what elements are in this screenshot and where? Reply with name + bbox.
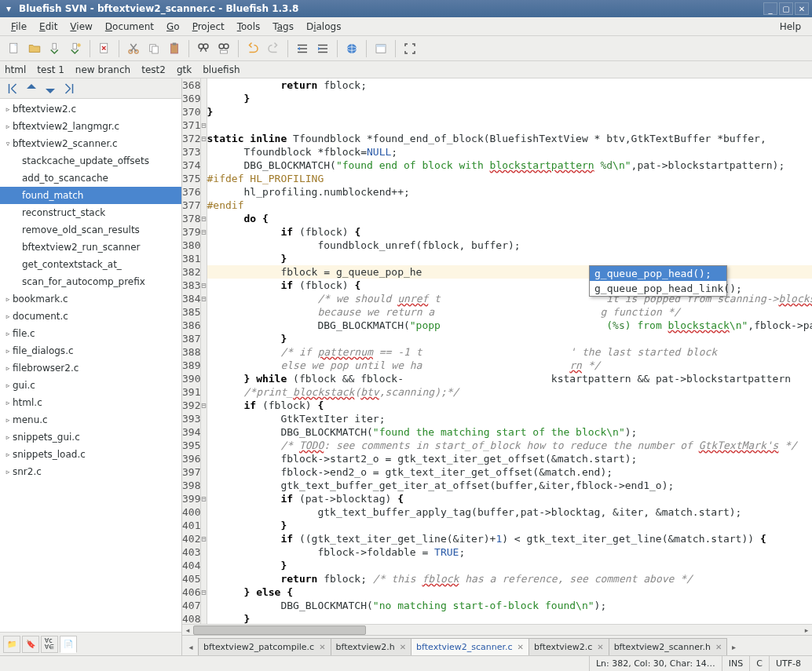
prev-bookmark-button[interactable] <box>24 81 39 97</box>
menu-view[interactable]: View <box>64 20 98 34</box>
tree-symbol-item[interactable]: get_contextstack_at_ <box>0 256 181 273</box>
cut-button[interactable] <box>124 39 143 58</box>
copy-button[interactable] <box>144 39 163 58</box>
line-number[interactable]: 402 <box>182 532 201 545</box>
paste-button[interactable] <box>165 39 184 58</box>
tree-symbol-item[interactable]: bftextview2_run_scanner <box>0 239 181 256</box>
save-button[interactable] <box>46 39 64 58</box>
tree-file-item[interactable]: ▹snippets_gui.c <box>0 428 181 446</box>
line-number[interactable]: 386 <box>182 319 201 332</box>
fold-marker[interactable] <box>201 172 207 185</box>
tree-expander-icon[interactable]: ▹ <box>3 122 13 130</box>
close-tab-icon[interactable]: ✕ <box>715 643 722 651</box>
autocomplete-item[interactable]: g_queue_pop_head_link(); <box>590 281 726 296</box>
tree-file-item[interactable]: ▹file_dialogs.c <box>0 342 181 359</box>
tree-symbol-item[interactable]: add_to_scancache <box>0 170 181 187</box>
tree-file-item[interactable]: ▹snr2.c <box>0 463 181 480</box>
first-bookmark-button[interactable] <box>5 81 20 97</box>
last-bookmark-button[interactable] <box>61 81 77 97</box>
line-number[interactable]: 383 <box>182 279 201 292</box>
close-tab-icon[interactable]: ✕ <box>319 643 325 651</box>
fold-marker[interactable]: ⊟ <box>201 492 207 505</box>
code-line[interactable] <box>207 119 812 132</box>
fold-marker[interactable] <box>201 505 207 519</box>
menu-dialogs[interactable]: Dialogs <box>300 20 348 34</box>
fold-marker[interactable]: ⊟ <box>201 532 207 545</box>
line-number[interactable]: 401 <box>182 519 201 532</box>
tree-expander-icon[interactable]: ▹ <box>3 433 13 441</box>
line-number[interactable]: 376 <box>182 185 201 199</box>
tree-symbol-item[interactable]: reconstruct_stack <box>0 204 181 221</box>
file-tab[interactable]: bftextview2_scanner.h✕ <box>609 638 728 655</box>
fold-marker[interactable] <box>201 239 207 252</box>
fold-marker[interactable]: ⊟ <box>201 212 207 225</box>
code-line[interactable]: fblock->start2_o = gtk_text_iter_get_off… <box>207 452 812 465</box>
fold-marker[interactable]: ⊟ <box>201 225 207 239</box>
fold-marker[interactable]: ⊟ <box>201 399 207 412</box>
fold-marker[interactable] <box>201 359 207 372</box>
code-line[interactable]: #endif <box>207 199 812 212</box>
fold-marker[interactable] <box>201 385 207 399</box>
tabs-next-button[interactable]: ▸ <box>726 638 741 655</box>
code-line[interactable]: do { <box>207 212 812 225</box>
line-number[interactable]: 378 <box>182 212 201 225</box>
fold-marker[interactable] <box>201 465 207 479</box>
line-number[interactable]: 380 <box>182 239 201 252</box>
code-line[interactable]: if (pat->blocktag) { <box>207 492 812 505</box>
code-line[interactable]: static inline Tfoundblock *found_end_of_… <box>207 132 812 145</box>
code-line[interactable]: } <box>207 612 812 624</box>
line-number[interactable]: 372 <box>182 132 201 145</box>
line-number[interactable]: 377 <box>182 199 201 212</box>
fold-marker[interactable] <box>201 159 207 172</box>
doctype-tab[interactable]: test 1 <box>37 64 64 75</box>
code-line[interactable]: fblock->end2_o = gtk_text_iter_get_offse… <box>207 465 812 479</box>
scroll-right-icon[interactable]: ▸ <box>801 625 812 636</box>
tree-symbol-item[interactable]: scan_for_autocomp_prefix <box>0 273 181 290</box>
tree-expander-icon[interactable]: ▹ <box>3 468 13 476</box>
fold-marker[interactable] <box>201 105 207 119</box>
line-number[interactable]: 396 <box>182 452 201 465</box>
menu-tools[interactable]: Tools <box>231 20 267 34</box>
fold-marker[interactable]: ⊟ <box>201 279 207 292</box>
fold-marker[interactable]: ⊟ <box>201 292 207 305</box>
close-file-button[interactable] <box>95 39 114 58</box>
line-number[interactable]: 371 <box>182 119 201 132</box>
tree-file-item[interactable]: ▿bftextview2_scanner.c <box>0 135 181 152</box>
scroll-left-icon[interactable]: ◂ <box>182 625 193 636</box>
fullscreen-button[interactable] <box>401 39 419 58</box>
tree-file-item[interactable]: ▹snippets_load.c <box>0 446 181 463</box>
sidebar-tab-filebrowser[interactable]: 📁 <box>3 636 20 653</box>
tree-expander-icon[interactable]: ▹ <box>3 399 13 407</box>
autocomplete-popup[interactable]: g_queue_pop_head();g_queue_pop_head_link… <box>589 265 727 297</box>
line-number[interactable]: 394 <box>182 425 201 439</box>
fold-marker[interactable] <box>201 185 207 199</box>
menu-file[interactable]: File <box>5 20 33 34</box>
line-number[interactable]: 384 <box>182 292 201 305</box>
tree-file-item[interactable]: ▹gui.c <box>0 377 181 394</box>
line-number[interactable]: 399 <box>182 492 201 505</box>
scroll-thumb[interactable] <box>193 625 366 635</box>
line-number[interactable]: 385 <box>182 305 201 319</box>
status-insert-mode[interactable]: INS <box>722 656 749 671</box>
line-number[interactable]: 368 <box>182 78 201 92</box>
line-number[interactable]: 375 <box>182 172 201 185</box>
code-editor[interactable]: 368 return fblock;369 }370}371⊟372⊟stati… <box>182 78 812 624</box>
fold-marker[interactable] <box>201 545 207 559</box>
status-language[interactable]: C <box>749 656 769 671</box>
line-number[interactable]: 398 <box>182 479 201 492</box>
menu-help[interactable]: Help <box>774 20 807 34</box>
fold-marker[interactable] <box>201 572 207 585</box>
line-number[interactable]: 373 <box>182 145 201 159</box>
close-tab-icon[interactable]: ✕ <box>400 643 406 651</box>
code-line[interactable]: DBG_BLOCKMATCH("no matching start-of-blo… <box>207 599 812 612</box>
line-number[interactable]: 397 <box>182 465 201 479</box>
menu-document[interactable]: Document <box>99 20 160 34</box>
sidebar-tab-bookmarks[interactable]: 🔖 <box>22 636 39 653</box>
code-line[interactable]: GtkTextIter iter; <box>207 412 812 425</box>
tree-file-item[interactable]: ▹document.c <box>0 308 181 325</box>
code-line[interactable]: Tfoundblock *fblock=NULL; <box>207 145 812 159</box>
code-line[interactable]: return fblock; <box>207 78 812 92</box>
code-line[interactable]: fblock->foldable = TRUE; <box>207 545 812 559</box>
fold-marker[interactable] <box>201 519 207 532</box>
tree-file-item[interactable]: ▹filebrowser2.c <box>0 359 181 377</box>
